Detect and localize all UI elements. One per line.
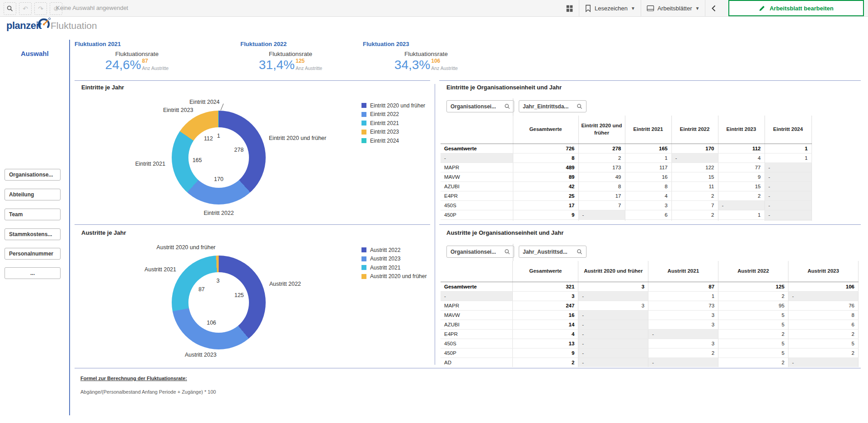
row-dimension-header[interactable] xyxy=(441,116,513,144)
value-cell: 5 xyxy=(788,339,859,349)
legend-item[interactable]: Eintritt 2020 und früher xyxy=(361,101,425,110)
column-header[interactable]: Eintritt 2023 xyxy=(718,116,765,144)
kpi-value: 24,6% xyxy=(105,58,141,72)
row-label-cell[interactable]: 450P xyxy=(441,349,513,358)
donut-chart-eintritte[interactable] xyxy=(172,111,266,205)
value-cell: 3 xyxy=(648,311,718,320)
chart-legend: Eintritt 2020 und früherEintritt 2022Ein… xyxy=(361,101,425,145)
row-label-cell[interactable]: AD xyxy=(441,358,513,367)
row-label-cell[interactable]: 450S xyxy=(441,339,513,349)
row-label-cell[interactable]: MAVW xyxy=(441,172,513,182)
row-label-cell[interactable]: E4PR xyxy=(441,191,513,201)
column-header[interactable]: Eintritt 2022 xyxy=(671,116,718,144)
column-header[interactable]: Gesamtwerte xyxy=(513,261,578,282)
table-row: AD83131- xyxy=(441,220,812,221)
column-header[interactable]: Austritt 2023 xyxy=(788,261,859,282)
sidebar-filter-stammkostenstelle[interactable]: Stammkostens... xyxy=(5,228,61,240)
row-label-cell[interactable]: AZUBI xyxy=(441,320,513,330)
value-cell: 8 xyxy=(788,311,859,320)
row-label-cell[interactable]: MAPR xyxy=(441,301,513,311)
value-cell: 9 xyxy=(718,172,765,182)
column-header[interactable]: Austritt 2020 und früher xyxy=(578,261,648,282)
donut-chart-austritte[interactable] xyxy=(172,256,266,349)
bookmarks-button[interactable]: Lesezeichen ▼ xyxy=(579,0,641,16)
value-cell: 5 xyxy=(718,349,788,358)
step-back-icon[interactable]: ↶ xyxy=(19,2,32,15)
table-row: -3-12- xyxy=(441,292,859,301)
column-header[interactable]: Eintritt 2024 xyxy=(765,116,812,144)
row-label-cell[interactable]: - xyxy=(441,292,513,301)
row-label-cell[interactable]: 450P xyxy=(441,210,513,220)
row-label-cell[interactable]: Gesamtwerte xyxy=(441,144,513,153)
edit-sheet-button[interactable]: Arbeitsblatt bearbeiten xyxy=(728,0,864,16)
chart-title-eintritte: Eintritte je Jahr xyxy=(81,84,124,91)
sheets-label: Arbeitsblätter xyxy=(657,5,692,12)
sidebar-filter-team[interactable]: Team xyxy=(5,209,61,220)
column-header[interactable]: Austritt 2022 xyxy=(718,261,788,282)
previous-sheet-button[interactable] xyxy=(705,0,722,16)
value-cell: 8 xyxy=(513,220,578,221)
filter-chip-label: Organisationsei... xyxy=(450,103,496,110)
column-header[interactable]: Eintritt 2020 und früher xyxy=(578,116,625,144)
chevron-down-icon: ▼ xyxy=(631,6,635,11)
legend-item[interactable]: Eintritt 2022 xyxy=(361,110,425,119)
sidebar-filter-more[interactable]: ... xyxy=(5,267,61,279)
row-label-cell[interactable]: AZUBI xyxy=(441,182,513,191)
slice-name-label: Austritt 2020 und früher xyxy=(156,244,216,251)
divider xyxy=(513,244,513,261)
toolbar: ↶ ↷ ⊘ Keine Auswahl angewendet Lesezeich… xyxy=(0,0,868,17)
sheets-button[interactable]: Arbeitsblätter ▼ xyxy=(641,0,705,16)
kpi-title-2021: Fluktuation 2021 xyxy=(75,41,121,47)
table-row: 450S17737-- xyxy=(441,201,812,210)
legend-swatch xyxy=(361,130,366,135)
value-cell: 106 xyxy=(788,282,859,292)
legend-item[interactable]: Eintritt 2024 xyxy=(361,136,425,145)
column-header[interactable]: Eintritt 2021 xyxy=(625,116,671,144)
value-cell: 5 xyxy=(718,339,788,349)
slice-name-label: Eintritt 2024 xyxy=(189,99,220,105)
selection-status: Keine Auswahl angewendet xyxy=(56,5,128,11)
legend-item[interactable]: Austritt 2021 xyxy=(361,263,427,272)
selections-tool-icon[interactable] xyxy=(4,2,16,15)
null-value-cell: - xyxy=(578,292,648,301)
sidebar-filter-personalnummer[interactable]: Personalnummer xyxy=(5,248,61,260)
value-cell: 89 xyxy=(513,172,578,182)
null-value-cell: - xyxy=(578,349,648,358)
row-label-cell[interactable]: E4PR xyxy=(441,330,513,339)
row-dimension-header[interactable] xyxy=(441,261,513,282)
null-value-cell: - xyxy=(648,330,718,339)
value-cell: 4 xyxy=(625,191,671,201)
row-label-cell[interactable]: - xyxy=(441,153,513,163)
filter-chip-jahr-austrittsdatum[interactable]: Jahr_Austrittsd... xyxy=(519,246,586,258)
row-label-cell[interactable]: 450S xyxy=(441,201,513,210)
legend-item[interactable]: Eintritt 2021 xyxy=(361,119,425,128)
legend-item[interactable]: Austritt 2023 xyxy=(361,255,427,264)
edit-pencil-icon xyxy=(759,5,765,12)
column-header[interactable]: Austritt 2021 xyxy=(648,261,718,282)
column-header[interactable]: Gesamtwerte xyxy=(513,116,578,144)
value-cell: 125 xyxy=(718,282,788,292)
pivot-table: GesamtwerteAustritt 2020 und früherAustr… xyxy=(441,261,859,367)
legend-item[interactable]: Eintritt 2023 xyxy=(361,128,425,137)
row-label-cell[interactable]: Gesamtwerte xyxy=(441,282,513,292)
app-overview-button[interactable] xyxy=(560,0,579,16)
filter-chip-jahr-eintrittsdatum[interactable]: Jahr_Eintrittsda... xyxy=(519,100,586,112)
value-cell: 8 xyxy=(578,182,625,191)
legend-item[interactable]: Austritt 2022 xyxy=(361,246,427,255)
table-row: AD2--2- xyxy=(441,358,859,367)
search-icon xyxy=(504,249,510,255)
row-label-cell[interactable]: MAPR xyxy=(441,163,513,172)
sidebar-filter-abteilung[interactable]: Abteilung xyxy=(5,189,61,200)
row-label-cell[interactable]: AD xyxy=(441,220,513,221)
legend-label: Eintritt 2023 xyxy=(370,129,399,135)
filter-chip-organisationseinheit[interactable]: Organisationsei... xyxy=(446,100,514,112)
null-value-cell: - xyxy=(671,153,718,163)
sidebar-filter-organisationseinheit[interactable]: Organisationse... xyxy=(5,169,61,181)
filter-chip-organisationseinheit[interactable]: Organisationsei... xyxy=(446,246,514,258)
row-label-cell[interactable]: MAVW xyxy=(441,311,513,320)
null-value-cell: - xyxy=(765,191,812,201)
divider xyxy=(439,224,861,225)
legend-swatch xyxy=(361,256,366,261)
legend-item[interactable]: Austritt 2020 und früher xyxy=(361,272,427,281)
step-forward-icon[interactable]: ↷ xyxy=(34,2,47,15)
